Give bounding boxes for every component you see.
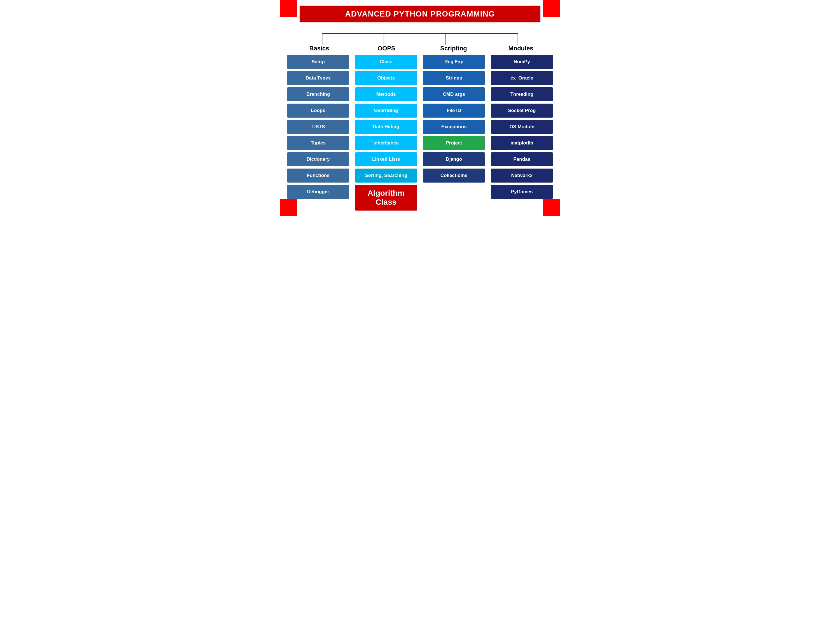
scripting-exceptions[interactable]: Exceptions: [423, 120, 485, 134]
oops-inheritance[interactable]: Inheritance: [355, 136, 417, 150]
corner-top-left: [280, 0, 297, 17]
oops-methods[interactable]: Methods: [355, 87, 417, 101]
header-basics: Basics: [288, 45, 350, 52]
oops-overriding[interactable]: Overriding: [355, 104, 417, 118]
column-modules: NumPy cx_Oracle Threading Socket Prog OS…: [491, 55, 553, 199]
column-oops: Class Objects Methods Overriding Data Hi…: [355, 55, 417, 210]
scripting-project[interactable]: Project: [423, 136, 485, 150]
modules-osmodule[interactable]: OS Module: [491, 120, 553, 134]
tree-svg: [291, 25, 549, 45]
modules-socketprog[interactable]: Socket Prog: [491, 104, 553, 118]
header-oops: OOPS: [355, 45, 417, 52]
oops-linkedlists[interactable]: Linked Lists: [355, 152, 417, 166]
tree-lines: [291, 25, 549, 45]
page-title: ADVANCED PYTHON PROGRAMMING: [300, 6, 540, 22]
scripting-fileio[interactable]: File IO: [423, 104, 485, 118]
oops-datahiding[interactable]: Data Hiding: [355, 120, 417, 134]
modules-pygame[interactable]: PyGames: [491, 185, 553, 199]
scripting-regexp[interactable]: Reg Exp: [423, 55, 485, 69]
headers-row: Basics OOPS Scripting Modules: [286, 45, 554, 52]
basics-tuples[interactable]: Tuples: [287, 136, 349, 150]
basics-datatypes[interactable]: Data Types: [287, 71, 349, 85]
oops-sorting[interactable]: Sorting, Searching: [355, 169, 417, 183]
basics-debugger[interactable]: Debugger: [287, 185, 349, 199]
scripting-collections[interactable]: Collectioins: [423, 169, 485, 183]
scripting-django[interactable]: Django: [423, 152, 485, 166]
basics-branching[interactable]: Branching: [287, 87, 349, 101]
modules-matplotlib[interactable]: matplotlib: [491, 136, 553, 150]
modules-numpy[interactable]: NumPy: [491, 55, 553, 69]
column-basics: Setup Data Types Branching Loops LISTS T…: [287, 55, 349, 199]
algo-banner: Algorithm Class: [355, 185, 417, 210]
column-scripting: Reg Exp Strings CMD args File IO Excepti…: [423, 55, 485, 183]
basics-lists[interactable]: LISTS: [287, 120, 349, 134]
basics-loops[interactable]: Loops: [287, 104, 349, 118]
modules-pandas[interactable]: Pandas: [491, 152, 553, 166]
corner-top-right: [543, 0, 560, 17]
page-wrapper: ADVANCED PYTHON PROGRAMMING Basics OOPS …: [280, 0, 560, 216]
columns-container: Setup Data Types Branching Loops LISTS T…: [286, 55, 554, 210]
header-scripting: Scripting: [423, 45, 485, 52]
basics-setup[interactable]: Setup: [287, 55, 349, 69]
modules-networkx[interactable]: Networkx: [491, 169, 553, 183]
header-modules: Modules: [490, 45, 552, 52]
corner-bottom-left: [280, 199, 297, 216]
oops-class[interactable]: Class: [355, 55, 417, 69]
modules-threading[interactable]: Threading: [491, 87, 553, 101]
oops-objects[interactable]: Objects: [355, 71, 417, 85]
modules-cxoracle[interactable]: cx_Oracle: [491, 71, 553, 85]
scripting-strings[interactable]: Strings: [423, 71, 485, 85]
basics-dictionary[interactable]: Dictionary: [287, 152, 349, 166]
corner-bottom-right: [543, 199, 560, 216]
scripting-cmdargs[interactable]: CMD args: [423, 87, 485, 101]
basics-functions[interactable]: Functions: [287, 169, 349, 183]
